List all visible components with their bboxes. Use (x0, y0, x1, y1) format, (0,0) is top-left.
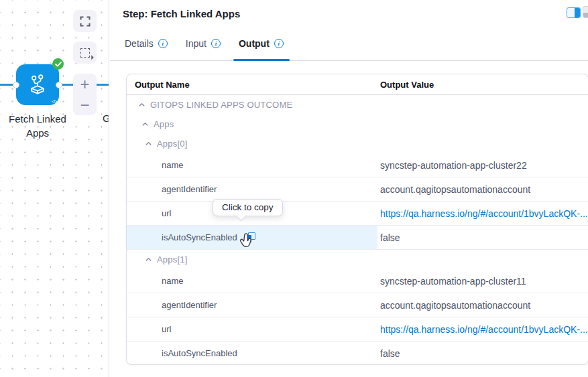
column-header-output-name: Output Name (135, 80, 190, 90)
chevron-up-icon[interactable] (137, 101, 145, 109)
tab-output-label: Output (239, 38, 270, 49)
output-name-cell[interactable]: url (127, 317, 377, 341)
group-label: Apps (154, 119, 174, 129)
output-row-isAutoSyncEnabled: isAutoSyncEnabledfalse (127, 342, 588, 365)
output-row-agentIdentifier: agentIdentifieraccount.qagitopsautomatio… (127, 293, 588, 317)
step-success-badge-icon (52, 58, 64, 70)
group-label: Apps[0] (157, 139, 188, 149)
output-name-cell[interactable]: name (127, 269, 377, 293)
fullscreen-icon (80, 16, 91, 27)
group-label: GITOPS LINKED APPS OUTCOME (150, 100, 292, 110)
output-row-name: namesyncstep-automation-app-cluster22 (127, 153, 588, 177)
marquee-select-icon (80, 48, 90, 58)
zoom-out-button[interactable]: − (73, 94, 97, 115)
chevron-up-icon[interactable] (144, 140, 152, 148)
group-label: Apps[1] (157, 254, 188, 265)
tab-output[interactable]: Output i (239, 38, 284, 49)
output-table-card: Output Name Output Value GITOPS LINKED A… (126, 74, 588, 365)
output-key-label: name (127, 160, 184, 170)
panel-title: Step: Fetch Linked Apps (123, 8, 240, 19)
output-value: account.qagitopsautomationaccount (377, 184, 588, 195)
output-value: syncstep-automation-app-cluster11 (377, 276, 588, 287)
output-key-label: agentIdentifier (127, 184, 217, 194)
node-label: Fetch Linked Apps (3, 112, 72, 140)
info-icon[interactable]: i (274, 39, 284, 48)
output-name-cell[interactable]: isAutoSyncEnabled (127, 342, 377, 365)
output-value: account.qagitopsautomationaccount (377, 300, 588, 311)
canvas-fullscreen-button[interactable] (73, 10, 97, 32)
next-node-label-clipped: G (103, 112, 109, 124)
panel-layout-toggle-icon[interactable] (567, 7, 581, 18)
tab-details-label: Details (125, 38, 154, 49)
output-value-link[interactable]: https://qa.harness.io/ng/#/account/1bvyL… (377, 208, 588, 219)
info-icon[interactable]: i (158, 39, 168, 48)
column-header-output-value: Output Value (380, 80, 434, 90)
mouse-cursor-icon (239, 233, 253, 252)
info-icon[interactable]: i (211, 39, 221, 48)
output-key-label: isAutoSyncEnabled (127, 232, 237, 242)
output-row-isAutoSyncEnabled: isAutoSyncEnabledfalse (127, 226, 588, 250)
app-window: { "canvas": { "node": { "label": "Fetch … (0, 0, 588, 377)
output-value: false (377, 232, 588, 243)
gitops-step-icon (25, 72, 50, 98)
node-input-port[interactable] (13, 82, 19, 88)
table-body: GITOPS LINKED APPS OUTCOMEAppsApps[0]nam… (127, 95, 588, 365)
click-to-copy-tooltip: Click to copy (213, 199, 283, 216)
active-tab-underline (233, 59, 290, 61)
output-row-url: urlhttps://qa.harness.io/ng/#/account/1b… (127, 317, 588, 342)
output-group-row[interactable]: Apps (127, 115, 588, 134)
table-header-row: Output Name Output Value (127, 74, 588, 95)
output-row-url: urlhttps://qa.harness.io/ng/#/account/1b… (127, 202, 588, 226)
output-key-label: agentIdentifier (127, 300, 217, 310)
output-key-label: url (127, 208, 171, 218)
step-details-panel: Step: Fetch Linked Apps Details i Input … (110, 0, 588, 377)
output-group-row[interactable]: Apps[0] (127, 134, 588, 153)
tab-bar: Details i Input i Output i (125, 38, 284, 49)
node-output-port[interactable] (56, 82, 62, 88)
output-key-label: name (127, 276, 184, 286)
output-value: false (377, 348, 588, 359)
output-key-label: isAutoSyncEnabled (127, 348, 237, 358)
chevron-up-icon[interactable] (141, 121, 149, 129)
canvas-zoom-controls: + − (73, 74, 97, 115)
tab-input-label: Input (186, 38, 207, 49)
output-row-name: namesyncstep-automation-app-cluster11 (127, 269, 588, 293)
output-value-link[interactable]: https://qa.harness.io/ng/#/account/1bvyL… (377, 324, 588, 335)
tab-details[interactable]: Details i (125, 38, 168, 49)
output-name-cell[interactable]: agentIdentifier (127, 177, 377, 201)
pipeline-canvas[interactable]: </> Fetch Linked Apps G + − (0, 0, 109, 377)
panel-minimize-icon[interactable] (583, 6, 588, 18)
output-row-agentIdentifier: agentIdentifieraccount.qagitopsautomatio… (127, 177, 588, 202)
output-group-row[interactable]: Apps[1] (127, 250, 588, 269)
canvas-select-button[interactable] (73, 42, 97, 64)
code-glyph-icon: </> (52, 99, 56, 104)
tab-divider (110, 60, 588, 61)
tooltip-text: Click to copy (222, 202, 274, 212)
output-value: syncstep-automation-app-cluster22 (377, 160, 588, 171)
output-key-label: url (127, 324, 171, 334)
chevron-up-icon[interactable] (144, 256, 152, 264)
output-group-row[interactable]: GITOPS LINKED APPS OUTCOME (127, 95, 588, 115)
output-name-cell[interactable]: name (127, 153, 377, 177)
output-name-cell[interactable]: agentIdentifier (127, 293, 377, 317)
tab-input[interactable]: Input i (186, 38, 221, 49)
pipeline-node-fetch-linked-apps[interactable]: </> (16, 64, 59, 105)
zoom-in-button[interactable]: + (73, 74, 97, 94)
